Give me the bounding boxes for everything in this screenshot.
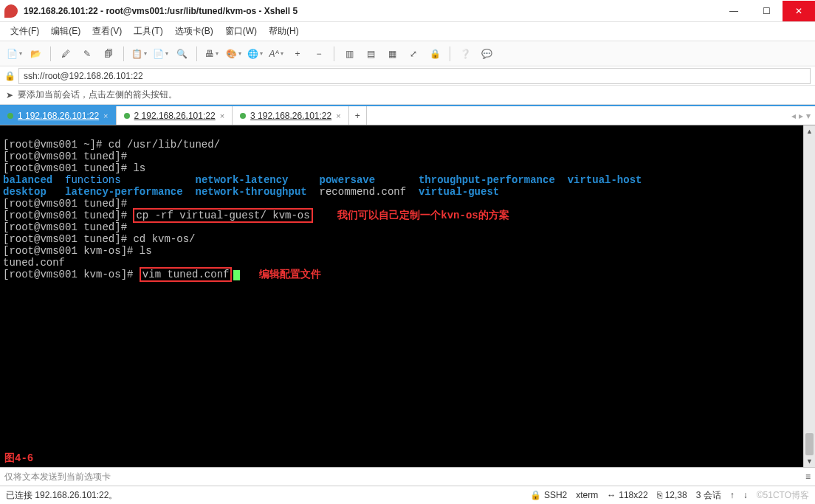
ls-item: virtual-host — [568, 174, 642, 186]
find-button[interactable]: 🔍 — [172, 44, 191, 63]
menu-tools[interactable]: 工具(T) — [128, 22, 168, 41]
session-tab-3[interactable]: 3 192.168.26.101:22 × — [233, 106, 349, 125]
scroll-up-icon[interactable]: ▲ — [804, 125, 815, 137]
lock-button[interactable]: 🔒 — [425, 44, 444, 63]
status-term: xterm — [576, 490, 598, 500]
prompt: [root@vms001 kvm-os]# — [3, 269, 140, 280]
watermark: ©51CTO博客 — [757, 489, 809, 502]
send-bar[interactable]: 仅将文本发送到当前选项卡 ≡ — [0, 467, 815, 486]
ls-item: powersave — [320, 174, 376, 186]
terminal-area: [root@vms001 ~]# cd /usr/lib/tuned/ [roo… — [0, 125, 815, 467]
tab-menu-icon[interactable]: ▾ — [806, 111, 811, 121]
cmd: cd kvm-os/ — [133, 233, 195, 245]
tile-horizontal-button[interactable]: ▥ — [340, 44, 359, 63]
increase-font-button[interactable]: + — [288, 44, 307, 63]
address-input[interactable]: ssh://root@192.168.26.101:22 — [18, 68, 811, 84]
cmd: vim tuned.conf — [142, 269, 230, 280]
menu-edit[interactable]: 编辑(E) — [45, 22, 86, 41]
tab-label: 2 192.168.26.101:22 — [134, 111, 216, 121]
fullscreen-button[interactable]: ⤢ — [404, 44, 423, 63]
prompt: [root@vms001 tuned]# — [3, 233, 133, 245]
toolbar: 📄 📂 🖉 ✎ 🗐 📋 📄 🔍 🖶 🎨 🌐 Aᴬ + − ▥ ▤ ▦ ⤢ 🔒 ❔… — [0, 41, 815, 66]
send-menu-icon[interactable]: ≡ — [805, 472, 811, 482]
encoding-button[interactable]: 🌐 — [245, 44, 264, 63]
help-button[interactable]: ❔ — [455, 44, 475, 63]
tab-nav: ◂ ▸ ▾ — [787, 106, 815, 125]
menu-view[interactable]: 查看(V) — [86, 22, 128, 41]
maximize-button[interactable]: ☐ — [750, 1, 783, 21]
highlighted-command: vim tuned.conf — [140, 267, 233, 282]
prompt: [root@vms001 tuned]# — [3, 221, 133, 233]
ls-item: latency-performance — [65, 186, 183, 198]
tab-prev-icon[interactable]: ◂ — [791, 111, 796, 121]
status-connected: 已连接 192.168.26.101:22。 — [6, 489, 117, 502]
ls-item: recommend.conf — [320, 186, 407, 198]
highlighted-command: cp -rf virtual-guest/ kvm-os — [133, 208, 312, 223]
feedback-button[interactable]: 💬 — [477, 44, 496, 63]
terminal[interactable]: [root@vms001 ~]# cd /usr/lib/tuned/ [roo… — [0, 125, 803, 467]
ls-item: desktop — [3, 186, 47, 198]
reconnect-button[interactable]: 🖉 — [56, 44, 75, 63]
menubar: 文件(F) 编辑(E) 查看(V) 工具(T) 选项卡(B) 窗口(W) 帮助(… — [0, 22, 815, 41]
color-scheme-button[interactable]: 🎨 — [224, 44, 243, 63]
status-up-icon[interactable]: ↑ — [730, 490, 735, 500]
menu-tabs[interactable]: 选项卡(B) — [169, 22, 219, 41]
new-session-button[interactable]: 📄 — [4, 44, 24, 63]
status-dot-icon — [7, 113, 13, 119]
scrollbar[interactable]: ▲ ▼ — [803, 125, 815, 467]
cmd: ls — [140, 245, 152, 257]
bookmark-icon[interactable]: ➤ — [6, 90, 13, 100]
menu-file[interactable]: 文件(F) — [4, 22, 45, 41]
ls-item: virtual-guest — [419, 186, 499, 198]
cmd: cd /usr/lib/tuned/ — [109, 139, 220, 151]
session-tabbar: 1 192.168.26.101:22 × 2 192.168.26.101:2… — [0, 105, 815, 125]
window-title: 192.168.26.101:22 - root@vms001:/usr/lib… — [24, 6, 298, 16]
session-tab-1[interactable]: 1 192.168.26.101:22 × — [0, 106, 117, 125]
session-tab-2[interactable]: 2 192.168.26.101:22 × — [117, 106, 233, 125]
scrollbar-thumb[interactable] — [805, 433, 814, 455]
minimize-button[interactable]: — — [718, 1, 750, 21]
status-cursor-pos: ⎘ 12,38 — [657, 490, 687, 500]
scrollbar-track[interactable] — [804, 137, 815, 455]
ls-item: balanced — [3, 174, 52, 186]
menu-window[interactable]: 窗口(W) — [219, 22, 263, 41]
tile-vertical-button[interactable]: ▤ — [361, 44, 380, 63]
annotation: 编辑配置文件 — [259, 269, 321, 280]
status-size: ↔ 118x22 — [607, 490, 647, 500]
tab-next-icon[interactable]: ▸ — [799, 111, 803, 121]
info-bar: ➤ 要添加当前会话，点击左侧的箭头按钮。 — [0, 86, 815, 105]
close-button[interactable]: ✕ — [783, 1, 815, 21]
print-button[interactable]: 🖶 — [202, 44, 221, 63]
tab-close-icon[interactable]: × — [336, 111, 340, 120]
lock-icon: 🔒 — [4, 71, 16, 81]
toolbar-separator — [334, 46, 334, 61]
tab-close-icon[interactable]: × — [220, 111, 224, 120]
figure-label: 图4-6 — [4, 452, 33, 464]
address-text: ssh://root@192.168.26.101:22 — [24, 71, 143, 81]
copy-button[interactable]: 📋 — [129, 44, 148, 63]
ls-item: tuned.conf — [3, 257, 65, 269]
paste-button[interactable]: 📄 — [151, 44, 170, 63]
scroll-down-icon[interactable]: ▼ — [804, 455, 815, 467]
menu-help[interactable]: 帮助(H) — [263, 22, 305, 41]
tab-label: 1 192.168.26.101:22 — [18, 111, 99, 121]
disconnect-button[interactable]: ✎ — [78, 44, 97, 63]
toolbar-separator — [50, 46, 51, 61]
open-session-button[interactable]: 📂 — [26, 44, 45, 63]
annotation: 我们可以自己定制一个kvn-os的方案 — [337, 210, 509, 221]
toolbar-separator — [196, 46, 197, 61]
cmd: ls — [133, 162, 145, 174]
window-titlebar: 192.168.26.101:22 - root@vms001:/usr/lib… — [0, 0, 815, 22]
status-ssh: 🔒 SSH2 — [530, 490, 567, 500]
status-sessions: 3 会话 — [696, 489, 721, 502]
properties-button[interactable]: 🗐 — [99, 44, 118, 63]
status-down-icon[interactable]: ↓ — [743, 490, 748, 500]
tab-close-icon[interactable]: × — [103, 111, 108, 120]
prompt: [root@vms001 tuned]# — [3, 198, 133, 210]
font-button[interactable]: Aᴬ — [266, 44, 286, 63]
decrease-font-button[interactable]: − — [309, 44, 329, 63]
toolbar-separator — [123, 46, 124, 61]
send-placeholder: 仅将文本发送到当前选项卡 — [4, 471, 111, 483]
add-tab-button[interactable]: + — [349, 106, 367, 125]
tile-grid-button[interactable]: ▦ — [382, 44, 402, 63]
